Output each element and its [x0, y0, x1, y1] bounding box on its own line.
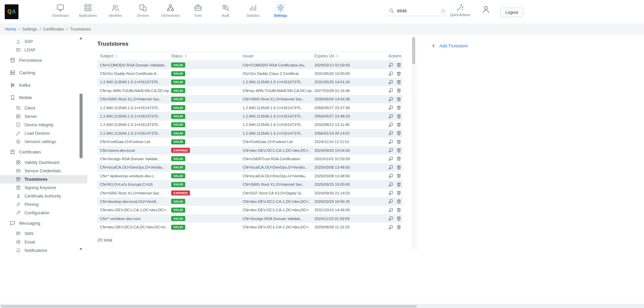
- sidebar-item-messaging[interactable]: Messaging: [0, 217, 87, 229]
- view-details-icon[interactable]: [388, 88, 393, 93]
- delete-icon[interactable]: [396, 225, 401, 230]
- sidebar-item-configuration[interactable]: Configuration: [0, 209, 87, 217]
- nav-item-audit[interactable]: Audit: [216, 3, 235, 17]
- scroll-up-arrow-icon[interactable]: [80, 37, 82, 39]
- delete-icon[interactable]: [396, 122, 401, 127]
- sidebar-item-notifications[interactable]: Notifications: [0, 246, 87, 255]
- nav-item-devices[interactable]: Devices: [134, 3, 152, 17]
- view-details-icon[interactable]: [388, 97, 393, 102]
- sidebar-item-signing-keystore[interactable]: Signing Keystore: [0, 183, 87, 192]
- user-menu-button[interactable]: [481, 5, 491, 14]
- sidebar-item-server[interactable]: Server: [0, 112, 87, 121]
- sidebar-item-email[interactable]: Email: [0, 238, 87, 246]
- delete-icon[interactable]: [396, 105, 401, 110]
- logo-letter-q: Q: [7, 9, 11, 15]
- view-details-icon[interactable]: [388, 208, 393, 213]
- delete-icon[interactable]: [396, 80, 401, 85]
- sidebar-item-pinning[interactable]: Pinning: [0, 200, 87, 209]
- delete-icon[interactable]: [396, 182, 401, 187]
- sidebar-item-mobile[interactable]: Mobile: [0, 91, 87, 104]
- scroll-down-arrow-icon[interactable]: [80, 248, 82, 250]
- view-details-icon[interactable]: [388, 216, 393, 221]
- nav-item-settings[interactable]: Settings: [271, 3, 290, 17]
- view-details-icon[interactable]: [388, 148, 393, 153]
- delete-icon[interactable]: [396, 199, 401, 204]
- horizontal-scrollbar[interactable]: [0, 304, 644, 308]
- sidebar-item-device-integrity[interactable]: Device Integrity: [0, 121, 87, 129]
- sidebar-item-versions-settings[interactable]: Versions settings: [0, 137, 87, 146]
- sidebar-item-certificates[interactable]: Certificates: [0, 146, 87, 158]
- sidebar-item-ssp[interactable]: SSP: [0, 37, 87, 46]
- delete-icon[interactable]: [396, 88, 401, 93]
- view-details-icon[interactable]: [388, 225, 393, 230]
- view-details-icon[interactable]: [388, 62, 393, 68]
- delete-icon[interactable]: [396, 97, 401, 102]
- breadcrumb-item-settings[interactable]: Settings: [22, 27, 37, 32]
- clear-search-icon[interactable]: [441, 8, 446, 13]
- global-search: [387, 7, 447, 16]
- delete-icon[interactable]: [396, 131, 401, 136]
- sidebar-item-truststores[interactable]: Truststores: [0, 175, 87, 183]
- view-details-icon[interactable]: [388, 199, 393, 204]
- column-header-expires-on[interactable]: Expires On: [314, 54, 388, 58]
- delete-icon[interactable]: [396, 62, 401, 68]
- column-header-subject[interactable]: Subject: [97, 54, 171, 58]
- view-details-icon[interactable]: [388, 105, 393, 110]
- main-scrollbar[interactable]: [412, 37, 415, 249]
- delete-icon[interactable]: [396, 208, 401, 213]
- view-details-icon[interactable]: [388, 122, 393, 127]
- column-header-status[interactable]: Status: [171, 54, 243, 58]
- nav-item-dashboard[interactable]: Dashboard: [51, 3, 70, 17]
- main-scrollbar-thumb[interactable]: [412, 37, 415, 64]
- table-row: CN=Sectigo RSA Domain Validati.. VALID C…: [97, 155, 403, 163]
- sort-icon[interactable]: [336, 54, 339, 58]
- logout-button[interactable]: Logout: [500, 8, 523, 17]
- nav-item-identities[interactable]: Identities: [106, 3, 125, 17]
- view-details-icon[interactable]: [388, 190, 393, 195]
- view-details-icon[interactable]: [388, 80, 393, 85]
- sidebar-item-ldap[interactable]: LDAP: [0, 46, 87, 54]
- sidebar-item-load-devices[interactable]: Load Devices: [0, 129, 87, 137]
- delete-icon[interactable]: [396, 165, 401, 170]
- sidebar-item-persistence[interactable]: Persistence: [0, 54, 87, 67]
- view-details-icon[interactable]: [388, 114, 393, 119]
- sidebar-scrollbar-thumb[interactable]: [80, 94, 83, 158]
- sidebar-scrollbar[interactable]: [79, 37, 83, 250]
- sidebar-item-caching[interactable]: Caching: [0, 67, 87, 79]
- delete-icon[interactable]: [396, 114, 401, 119]
- sidebar-item-kafka[interactable]: Kafka: [0, 79, 87, 91]
- nav-item-statistics[interactable]: Statistics: [244, 3, 262, 17]
- search-input[interactable]: [397, 8, 438, 13]
- sidebar-item-client[interactable]: Client: [0, 104, 87, 112]
- view-details-icon[interactable]: [388, 71, 393, 76]
- sidebar-item-validity-dashboard[interactable]: Validity Dashboard: [0, 158, 87, 167]
- view-details-icon[interactable]: [388, 182, 393, 187]
- view-details-icon[interactable]: [388, 156, 393, 161]
- sort-icon[interactable]: [184, 54, 187, 58]
- delete-icon[interactable]: [396, 190, 401, 195]
- view-details-icon[interactable]: [388, 173, 393, 178]
- horizontal-scrollbar-thumb[interactable]: [1, 305, 417, 308]
- nav-item-applications[interactable]: Applications: [79, 3, 97, 17]
- nav-item-orchestrator[interactable]: Orchestrator: [161, 3, 180, 17]
- quick-actions-button[interactable]: Quick Actions: [450, 4, 470, 17]
- delete-icon[interactable]: [396, 156, 401, 161]
- delete-icon[interactable]: [396, 173, 401, 178]
- sidebar-item-service-credentials[interactable]: Service Credentials: [0, 167, 87, 175]
- sort-icon[interactable]: [115, 54, 118, 58]
- sidebar-item-certificate-authority[interactable]: Certificate Authority: [0, 192, 87, 200]
- sidebar-item-sms[interactable]: SMS: [0, 229, 87, 238]
- delete-icon[interactable]: [396, 216, 401, 221]
- breadcrumb-item-certificates[interactable]: Certificates: [43, 27, 64, 32]
- delete-icon[interactable]: [396, 148, 401, 153]
- delete-icon[interactable]: [396, 71, 401, 76]
- cell-expires: 2056/05/27 23:27:39: [314, 106, 388, 110]
- breadcrumb-item-home[interactable]: Home: [5, 27, 16, 32]
- view-details-icon[interactable]: [388, 131, 393, 136]
- add-truststore-button[interactable]: Add Truststore: [431, 43, 468, 48]
- delete-icon[interactable]: [396, 139, 401, 144]
- view-details-icon[interactable]: [388, 139, 393, 144]
- nav-item-tools[interactable]: Tools: [189, 3, 207, 17]
- view-details-icon[interactable]: [388, 165, 393, 170]
- app-logo[interactable]: Q A: [5, 4, 18, 19]
